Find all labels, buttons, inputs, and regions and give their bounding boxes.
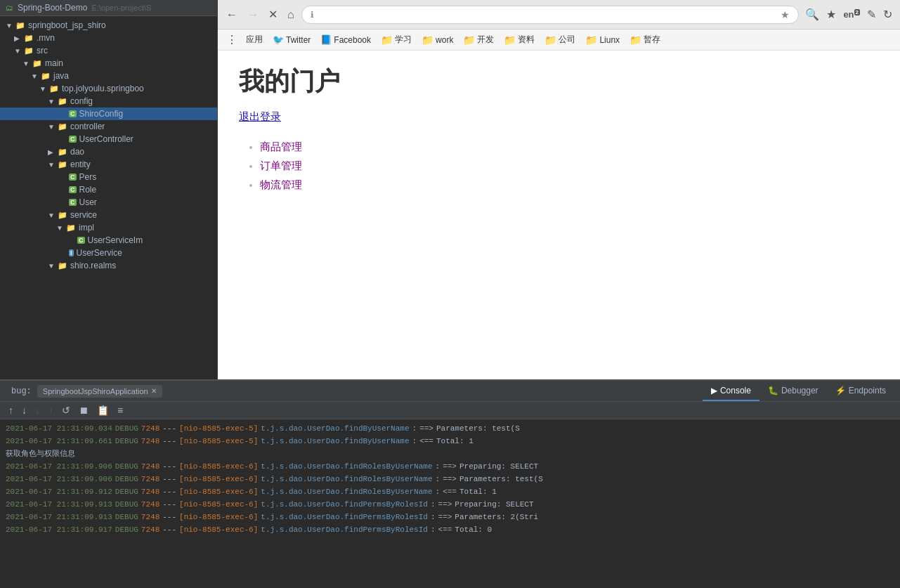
folder-icon: 📁 <box>41 72 51 81</box>
star-button[interactable]: ★ <box>824 6 838 23</box>
log-dash: --- <box>162 485 176 498</box>
tree-arrow: ▼ <box>39 85 48 93</box>
log-thread: 7248 <box>141 498 159 511</box>
nav-link-logistics[interactable]: 物流管理 <box>260 178 302 190</box>
tree-item-user-service[interactable]: ▶ I UserService <box>0 247 217 259</box>
download-button[interactable]: ↓ <box>32 403 43 417</box>
tree-item-service[interactable]: ▼ 📁 service <box>0 209 217 221</box>
tree-item-impl[interactable]: ▼ 📁 impl <box>0 221 217 234</box>
log-msg: Total: 1 <box>459 485 497 498</box>
tree-item-controller[interactable]: ▼ 📁 controller <box>0 120 217 133</box>
lock-icon: ℹ <box>311 10 314 20</box>
bookmark-facebook[interactable]: 📘 Facebook <box>316 33 375 46</box>
bookmark-liunx[interactable]: 📁 Liunx <box>581 33 624 47</box>
apps-button[interactable]: ⋮ <box>223 32 240 48</box>
bookmark-star-icon[interactable]: ★ <box>781 9 790 20</box>
log-colon: : <box>412 435 417 447</box>
tab-endpoints[interactable]: ⚡ Endpoints <box>827 381 894 401</box>
tree-item-src[interactable]: ▼ 📁 src <box>0 44 217 57</box>
tree-item-config[interactable]: ▼ 📁 config <box>0 95 217 107</box>
tree-item-entity[interactable]: ▼ 📁 entity <box>0 158 217 171</box>
tree-item-role[interactable]: ▶ C Role <box>0 183 217 196</box>
restart-button[interactable]: ↺ <box>59 403 73 417</box>
url-input[interactable]: localhost:8585/shiro/index.jsp <box>318 9 777 20</box>
tree-label: impl <box>79 223 94 233</box>
tree-label: UserServiceIm <box>88 235 143 245</box>
log-dash: --- <box>162 435 176 447</box>
tree-item-top-package[interactable]: ▼ 📁 top.jolyoulu.springboo <box>0 82 217 95</box>
sync-button[interactable]: ↻ <box>881 6 894 23</box>
logout-link[interactable]: 退出登录 <box>239 110 281 124</box>
bookmark-company[interactable]: 📁 公司 <box>540 32 580 47</box>
bookmark-twitter[interactable]: 🐦 Twitter <box>268 33 315 46</box>
log-line: 2021-06-17 21:31:09.912 DEBUG 7248 --- [… <box>0 485 900 498</box>
tree-label: Pers <box>79 172 97 182</box>
tree-root[interactable]: ▼ 📁 springboot_jsp_shiro <box>0 19 217 32</box>
back-button[interactable]: ← <box>223 7 240 22</box>
tree-item-user-service-impl[interactable]: ▶ C UserServiceIm <box>0 234 217 247</box>
run-tab[interactable]: SpringbootJspShiroApplication ✕ <box>37 385 162 398</box>
tree-item-user-controller[interactable]: ▶ C UserController <box>0 133 217 145</box>
ide-title-bar: 🗂 Spring-Boot-Demo E:\open-project\S <box>0 0 217 16</box>
log-msg: Total: 1 <box>436 435 474 447</box>
nav-link-goods[interactable]: 商品管理 <box>260 141 302 152</box>
copy-button[interactable]: 📋 <box>94 403 112 417</box>
tab-debugger[interactable]: 🐛 Debugger <box>759 381 827 401</box>
bookmark-work[interactable]: 📁 work <box>417 33 457 47</box>
tree-item-shiro-realms[interactable]: ▼ 📁 shiro.realms <box>0 259 217 272</box>
tree-label: java <box>53 71 69 81</box>
save-button[interactable]: ✎ <box>865 6 878 23</box>
scroll-up-button[interactable]: ↑ <box>6 403 16 417</box>
tree-item-user[interactable]: ▶ C User <box>0 196 217 209</box>
settings-button[interactable]: ≡ <box>115 403 126 417</box>
java-icon: C <box>69 136 77 143</box>
log-thread: 7248 <box>141 422 159 435</box>
log-dash: --- <box>162 422 176 435</box>
tree-arrow: ▶ <box>14 34 22 42</box>
tree-item-shiro-config[interactable]: ▶ C ShiroConfig <box>0 107 217 120</box>
folder-icon: 📁 <box>58 148 67 157</box>
forward-button[interactable]: → <box>244 7 261 22</box>
tree-arrow: ▶ <box>48 148 56 156</box>
log-toolbar: ↑ ↓ ↓ ↑ ↺ ⏹ 📋 ≡ <box>0 402 900 419</box>
tree-item-pers[interactable]: ▶ C Pers <box>0 171 217 183</box>
stop-button[interactable]: ⏹ <box>76 403 91 417</box>
bookmark-temp[interactable]: 📁 暂存 <box>625 32 665 47</box>
bookmark-apps[interactable]: 应用 <box>242 32 267 47</box>
tree-arrow: ▼ <box>31 72 39 80</box>
zoom-button[interactable]: 🔍 <box>803 6 821 23</box>
browser-actions: 🔍 ★ en2 ✎ ↻ <box>803 6 894 23</box>
log-date: 2021-06-17 21:31:09.917 <box>6 523 112 536</box>
tree-item-dao[interactable]: ▶ 📁 dao <box>0 145 217 158</box>
upload-button[interactable]: ↑ <box>46 403 56 417</box>
tab-console-label: Console <box>720 386 751 396</box>
bookmark-materials[interactable]: 📁 资料 <box>500 32 539 47</box>
log-arrow: <== <box>419 435 433 447</box>
home-button[interactable]: ⌂ <box>285 7 297 22</box>
folder-icon: 📁 <box>66 223 76 233</box>
tree-arrow: ▼ <box>14 47 22 55</box>
log-level: DEBUG <box>115 498 138 511</box>
tree-item-main[interactable]: ▼ 📁 main <box>0 57 217 70</box>
bookmark-dev[interactable]: 📁 开发 <box>459 32 498 47</box>
tree-label: UserService <box>77 248 122 258</box>
run-tab-close[interactable]: ✕ <box>151 387 157 395</box>
log-arrow: ==> <box>443 460 457 473</box>
bookmark-company-label: 公司 <box>559 34 575 46</box>
nav-link-orders[interactable]: 订单管理 <box>260 159 302 171</box>
tree-item-java[interactable]: ▼ 📁 java <box>0 70 217 82</box>
log-date: 2021-06-17 21:31:09.912 <box>6 485 112 498</box>
browser-window: ← → ✕ ⌂ ℹ localhost:8585/shiro/index.jsp… <box>218 0 900 379</box>
tree-item-mvn[interactable]: ▶ 📁 .mvn <box>0 32 217 44</box>
scroll-down-button[interactable]: ↓ <box>19 403 30 417</box>
extension-button[interactable]: en2 <box>841 6 862 23</box>
log-class: t.j.s.dao.UserDao.findPermsByRolesId <box>261 511 428 523</box>
tab-console[interactable]: ▶ Console <box>703 381 759 401</box>
bottom-tabs: bug: SpringbootJspShiroApplication ✕ ▶ C… <box>0 381 900 402</box>
bookmark-study[interactable]: 📁 学习 <box>377 32 416 47</box>
tree-label: main <box>45 58 63 68</box>
tree-arrow: ▼ <box>48 211 56 219</box>
log-level: DEBUG <box>115 485 138 498</box>
reload-button[interactable]: ✕ <box>266 6 280 22</box>
log-dash: --- <box>162 473 176 485</box>
